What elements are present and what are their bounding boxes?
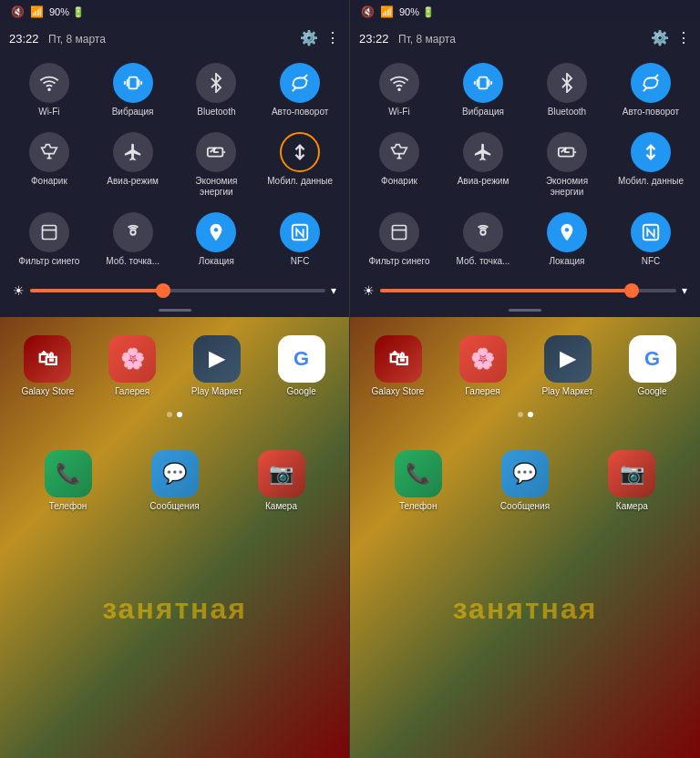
tile-autorotate[interactable]: Авто-поворот bbox=[260, 57, 340, 123]
status-left: 🔇 📶 90% 🔋 bbox=[361, 5, 435, 18]
brightness-dropdown[interactable]: ▾ bbox=[682, 284, 687, 297]
tile-battery-save[interactable]: Экономия энергии bbox=[527, 127, 607, 203]
dock-icon-phone: 📞 bbox=[45, 450, 92, 497]
tile-flashlight[interactable]: Фонарик bbox=[9, 127, 89, 203]
app-item-google[interactable]: G Google bbox=[262, 335, 340, 397]
tile-label-vibration: Вибрация bbox=[462, 107, 504, 118]
tile-label-hotspot: Моб. точка... bbox=[106, 256, 160, 267]
tile-icon-autorotate bbox=[631, 63, 671, 103]
brightness-slider[interactable] bbox=[30, 289, 325, 292]
dock-item-messages[interactable]: 💬 Сообщения bbox=[475, 450, 574, 512]
dock-label-messages: Сообщения bbox=[149, 501, 199, 512]
svg-rect-16 bbox=[393, 226, 407, 240]
panel-header: 23:22 Пт, 8 марта ⚙️ ⋮ bbox=[359, 29, 691, 46]
panel-date: Пт, 8 марта bbox=[398, 33, 456, 46]
tile-icon-hotspot bbox=[113, 212, 153, 252]
home-area: 🛍 Galaxy Store 🌸 Галерея ▶ Play Маркет G… bbox=[350, 317, 700, 758]
tile-bluetooth[interactable]: Bluetooth bbox=[527, 57, 607, 123]
tile-label-autorotate: Авто-поворот bbox=[623, 107, 679, 118]
brightness-dropdown[interactable]: ▾ bbox=[331, 284, 336, 297]
dock-label-camera: Камера bbox=[265, 501, 297, 512]
app-icon-play: ▶ bbox=[193, 335, 241, 383]
app-label-google: Google bbox=[637, 386, 666, 397]
tile-icon-battery-save bbox=[196, 132, 236, 172]
brightness-icon: ☀ bbox=[13, 283, 25, 298]
panel-date: Пт, 8 марта bbox=[48, 33, 106, 46]
tiles-grid: Wi-Fi Вибрация Bluetooth Авто-поворот Фо… bbox=[359, 54, 691, 276]
tile-wifi[interactable]: Wi-Fi bbox=[9, 57, 89, 123]
tile-flashlight[interactable]: Фонарик bbox=[359, 127, 439, 203]
tile-icon-airplane bbox=[463, 132, 503, 172]
tile-airplane[interactable]: Авиа-режим bbox=[93, 127, 173, 203]
tile-hotspot[interactable]: Моб. точка... bbox=[443, 207, 523, 272]
app-label-galaxy-store: Galaxy Store bbox=[21, 386, 74, 397]
dock-icon-messages: 💬 bbox=[501, 450, 549, 497]
app-item-google[interactable]: G Google bbox=[613, 335, 691, 397]
tile-mobile-data[interactable]: Мобил. данные bbox=[260, 127, 340, 203]
app-item-gallery[interactable]: 🌸 Галерея bbox=[94, 335, 171, 397]
svg-rect-1 bbox=[129, 77, 137, 89]
status-left: 🔇 📶 90% 🔋 bbox=[11, 5, 85, 18]
status-bar: 🔇 📶 90% 🔋 bbox=[0, 0, 349, 22]
settings-icon[interactable]: ⚙️ bbox=[651, 29, 669, 46]
tile-hotspot[interactable]: Моб. точка... bbox=[93, 207, 173, 272]
panel-time: 23:22 bbox=[9, 32, 39, 46]
tile-label-location: Локация bbox=[549, 256, 584, 267]
dock-item-phone[interactable]: 📞 Телефон bbox=[18, 450, 118, 512]
tile-blue-filter[interactable]: Фильтр синего bbox=[359, 207, 439, 272]
app-icon-gallery: 🌸 bbox=[108, 335, 156, 383]
tile-blue-filter[interactable]: Фильтр синего bbox=[9, 207, 89, 272]
tile-label-wifi: Wi-Fi bbox=[38, 107, 59, 118]
tile-autorotate[interactable]: Авто-поворот bbox=[611, 57, 691, 123]
tile-nfc[interactable]: NFC bbox=[611, 207, 691, 272]
app-label-gallery: Галерея bbox=[465, 386, 499, 397]
tile-vibration[interactable]: Вибрация bbox=[93, 57, 173, 123]
app-label-galaxy-store: Galaxy Store bbox=[372, 386, 425, 397]
battery-status: 90% 🔋 bbox=[399, 6, 435, 18]
tile-battery-save[interactable]: Экономия энергии bbox=[177, 127, 257, 203]
app-icon-google: G bbox=[278, 335, 325, 383]
tile-label-battery-save: Экономия энергии bbox=[529, 176, 605, 198]
dock-item-camera[interactable]: 📷 Камера bbox=[232, 450, 331, 512]
tile-label-vibration: Вибрация bbox=[112, 107, 154, 118]
svg-rect-11 bbox=[479, 77, 487, 89]
dock-item-phone[interactable]: 📞 Телефон bbox=[368, 450, 468, 512]
panel-actions: ⚙️ ⋮ bbox=[651, 29, 691, 46]
more-icon[interactable]: ⋮ bbox=[325, 29, 340, 46]
tile-icon-vibration bbox=[113, 63, 153, 103]
tile-location[interactable]: Локация bbox=[177, 207, 257, 272]
tile-icon-mobile-data bbox=[631, 132, 671, 172]
tile-mobile-data[interactable]: Мобил. данные bbox=[611, 127, 691, 203]
tile-icon-hotspot bbox=[463, 212, 503, 252]
svg-point-18 bbox=[480, 230, 486, 235]
svg-point-0 bbox=[48, 88, 50, 90]
dock-item-camera[interactable]: 📷 Камера bbox=[582, 450, 682, 512]
tile-wifi[interactable]: Wi-Fi bbox=[359, 57, 439, 123]
tile-airplane[interactable]: Авиа-режим bbox=[443, 127, 523, 203]
tile-icon-nfc bbox=[280, 212, 320, 252]
tile-icon-vibration bbox=[463, 63, 503, 103]
tile-label-nfc: NFC bbox=[291, 256, 310, 267]
app-item-play[interactable]: ▶ Play Маркет bbox=[529, 335, 606, 397]
more-icon[interactable]: ⋮ bbox=[676, 29, 691, 46]
phone-screen-right: 🔇 📶 90% 🔋 23:22 Пт, 8 марта ⚙️ ⋮ Wi-Fi В… bbox=[350, 0, 700, 758]
brightness-slider[interactable] bbox=[380, 289, 676, 292]
tile-bluetooth[interactable]: Bluetooth bbox=[177, 57, 257, 123]
app-item-galaxy-store[interactable]: 🛍 Galaxy Store bbox=[359, 335, 437, 397]
app-item-play[interactable]: ▶ Play Маркет bbox=[179, 335, 256, 397]
tile-nfc[interactable]: NFC bbox=[260, 207, 340, 272]
tile-icon-airplane bbox=[113, 132, 153, 172]
tile-icon-location bbox=[547, 212, 587, 252]
page-dots bbox=[350, 406, 700, 423]
tile-label-location: Локация bbox=[199, 256, 234, 267]
app-item-gallery[interactable]: 🌸 Галерея bbox=[444, 335, 521, 397]
dock-icon-camera: 📷 bbox=[608, 450, 655, 497]
dock-item-messages[interactable]: 💬 Сообщения bbox=[125, 450, 224, 512]
quick-panel: 23:22 Пт, 8 марта ⚙️ ⋮ Wi-Fi Вибрация Bl… bbox=[0, 22, 349, 317]
tile-vibration[interactable]: Вибрация bbox=[443, 57, 523, 123]
tile-location[interactable]: Локация bbox=[527, 207, 607, 272]
settings-icon[interactable]: ⚙️ bbox=[300, 29, 318, 46]
signal-icon: 📶 bbox=[380, 5, 394, 18]
app-item-galaxy-store[interactable]: 🛍 Galaxy Store bbox=[9, 335, 87, 397]
app-dock: 📞 Телефон 💬 Сообщения 📷 Камера bbox=[350, 441, 700, 527]
